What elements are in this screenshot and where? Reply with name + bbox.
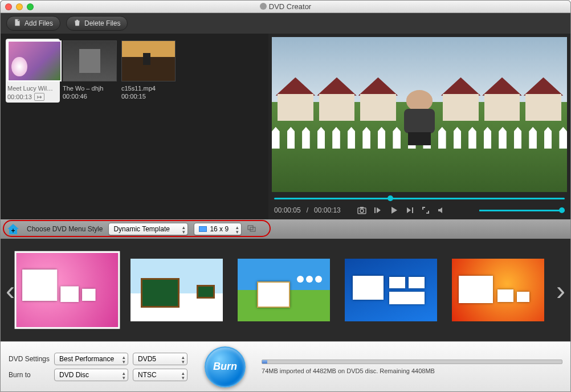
toolbar: Add Files Delete Files [1,13,570,34]
chevron-updown-icon: ▴▾ [182,225,185,234]
burn-to-label: Burn to [9,371,50,379]
template-item[interactable] [345,259,437,321]
prev-frame-icon[interactable] [373,205,383,215]
chevron-updown-icon: ▴▾ [123,355,125,364]
delete-files-button[interactable]: Delete Files [66,16,128,31]
template-item[interactable] [17,253,119,327]
fullscreen-icon[interactable] [421,205,431,215]
trash-icon [74,19,81,28]
aspect-ratio-select[interactable]: 16 x 9 ▴▾ [194,223,242,235]
app-logo-icon [260,3,267,10]
expand-templates-icon[interactable] [247,224,258,234]
file-duration: 00:00:13 [7,93,32,100]
time-total: 00:00:13 [314,206,341,214]
template-item[interactable] [452,259,544,321]
svg-rect-2 [360,207,364,209]
burn-status: 74MB imported of 4482MB on DVD5 disc. Re… [262,360,562,374]
chevron-updown-icon: ▴▾ [123,371,125,380]
file-title: Meet Lucy Wil… [7,85,62,92]
app-title: DVD Creator [269,2,311,11]
file-item[interactable]: The Wo – dhjh 00:00:46 [63,40,117,100]
menu-style-bar: + Choose DVD Menu Style Dynamic Template… [1,219,570,239]
file-item[interactable]: Meet Lucy Wil… 00:00:13↦ [6,39,60,103]
burn-button[interactable]: Burn [205,346,246,387]
home-menu-button[interactable]: + [5,221,21,237]
burn-target-select[interactable]: DVD Disc▴▾ [54,369,128,381]
time-current: 00:00:05 [274,206,301,214]
snapshot-icon[interactable] [357,205,367,215]
disc-type-select[interactable]: DVD5▴▾ [133,353,187,365]
titlebar: DVD Creator [1,1,570,13]
file-duration: 00:00:15 [121,93,146,100]
template-item[interactable] [238,259,330,321]
preview-screen[interactable] [272,37,567,192]
template-strip: ‹ › [1,239,570,341]
next-frame-icon[interactable] [405,205,415,215]
burn-progress-bar [262,360,562,364]
bottom-bar: DVD Settings Best Performance▴▾ DVD5▴▾ B… [1,341,570,391]
dvd-settings-label: DVD Settings [9,355,50,363]
play-icon[interactable] [389,205,399,215]
add-files-button[interactable]: Add Files [6,16,60,31]
volume-slider[interactable] [479,206,565,214]
chevron-updown-icon: ▴▾ [182,371,185,380]
chevron-updown-icon: ▴▾ [182,355,185,364]
file-item[interactable]: c15s11.mp4 00:00:15 [121,40,176,100]
burn-status-text: 74MB imported of 4482MB on DVD5 disc. Re… [262,368,562,374]
template-item[interactable] [130,259,223,321]
seek-slider[interactable] [274,194,565,202]
menu-style-label: Choose DVD Menu Style [27,225,103,233]
chevron-updown-icon: ▴▾ [236,225,239,234]
templates-next[interactable]: › [552,239,569,341]
add-files-icon [14,19,21,28]
performance-select[interactable]: Best Performance▴▾ [54,353,128,365]
file-list: Meet Lucy Wil… 00:00:13↦ The Wo – dhjh 0… [1,34,268,219]
svg-point-1 [360,209,364,213]
file-title: c15s11.mp4 [121,85,176,92]
template-type-select[interactable]: Dynamic Template ▴▾ [108,223,188,235]
tv-standard-select[interactable]: NTSC▴▾ [133,369,187,381]
preview-pane: 00:00:05/00:00:13 [268,34,570,219]
app-window: DVD Creator Add Files Delete Files Meet … [0,0,571,392]
mute-icon[interactable] [437,205,447,215]
file-duration: 00:00:46 [63,93,87,100]
monitor-icon [199,226,207,232]
file-export-icon[interactable]: ↦ [34,93,44,101]
file-title: The Wo – dhjh [63,85,117,92]
